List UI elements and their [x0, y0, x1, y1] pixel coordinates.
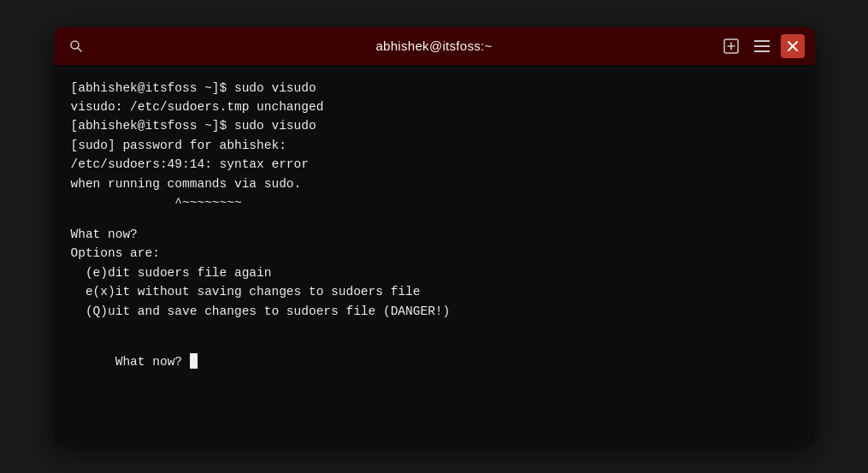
terminal-line: What now? — [71, 225, 798, 244]
terminal-line: when running commands via sudo. — [71, 174, 798, 193]
terminal-output[interactable]: [abhishek@itsfoss ~]$ sudo visudo visudo… — [54, 65, 815, 446]
terminal-line: (Q)uit and save changes to sudoers file … — [71, 302, 798, 321]
terminal-window: abhishek@itsfoss:~ — [54, 27, 815, 446]
terminal-line: (e)dit sudoers file again — [71, 263, 798, 282]
terminal-line: [sudo] password for abhishek: — [71, 136, 798, 155]
terminal-line: [abhishek@itsfoss ~]$ sudo visudo — [71, 79, 798, 98]
window-title: abhishek@itsfoss:~ — [375, 38, 492, 53]
titlebar-right — [719, 34, 805, 58]
terminal-line: e(x)it without saving changes to sudoers… — [71, 282, 798, 301]
prompt-text: What now? — [115, 355, 190, 369]
search-icon[interactable] — [64, 34, 88, 58]
close-button[interactable] — [781, 34, 805, 58]
terminal-line: ^~~~~~~~~ — [71, 193, 798, 212]
titlebar-left — [64, 34, 88, 58]
terminal-cursor — [190, 353, 198, 369]
new-tab-icon[interactable] — [719, 34, 743, 58]
terminal-line: Options are: — [71, 244, 798, 263]
terminal-prompt-line: What now? — [71, 333, 798, 390]
svg-line-1 — [78, 48, 81, 51]
menu-icon[interactable] — [750, 34, 774, 58]
terminal-line: [abhishek@itsfoss ~]$ sudo visudo — [71, 116, 798, 135]
titlebar: abhishek@itsfoss:~ — [54, 27, 815, 65]
terminal-line: /etc/sudoers:49:14: syntax error — [71, 155, 798, 174]
terminal-line: visudo: /etc/sudoers.tmp unchanged — [71, 98, 798, 116]
